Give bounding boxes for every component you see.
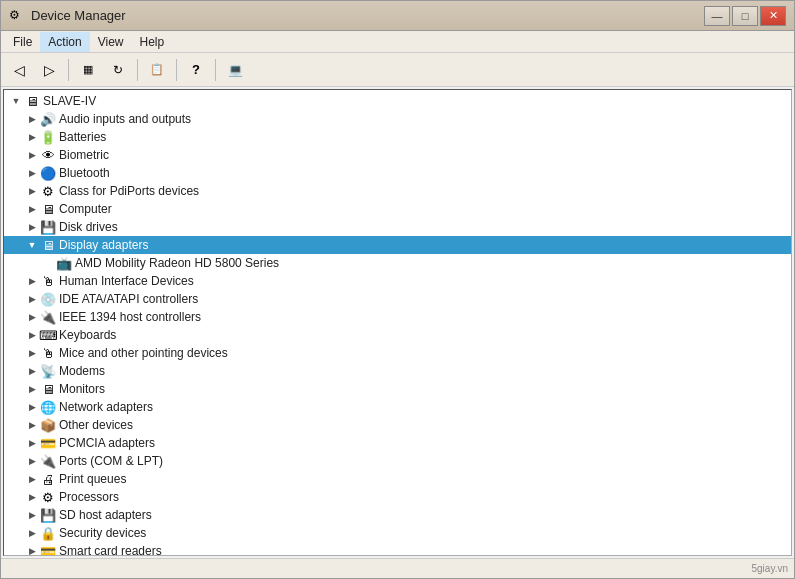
root-icon: 🖥 bbox=[24, 93, 40, 109]
menu-action[interactable]: Action bbox=[40, 32, 89, 52]
list-item[interactable]: ▶ 🔌 IEEE 1394 host controllers bbox=[4, 308, 791, 326]
processors-expand[interactable]: ▶ bbox=[24, 489, 40, 505]
classpdi-icon: ⚙ bbox=[40, 183, 56, 199]
title-bar: ⚙ Device Manager — □ ✕ bbox=[1, 1, 794, 31]
smartcard-expand[interactable]: ▶ bbox=[24, 543, 40, 556]
list-item[interactable]: ▶ 💾 Disk drives bbox=[4, 218, 791, 236]
list-item[interactable]: ▶ 🖨 Print queues bbox=[4, 470, 791, 488]
list-item[interactable]: ▶ 🔵 Bluetooth bbox=[4, 164, 791, 182]
monitors-label: Monitors bbox=[59, 382, 105, 396]
bluetooth-icon: 🔵 bbox=[40, 165, 56, 181]
amd-label: AMD Mobility Radeon HD 5800 Series bbox=[75, 256, 279, 270]
modems-icon: 📡 bbox=[40, 363, 56, 379]
mice-label: Mice and other pointing devices bbox=[59, 346, 228, 360]
list-item[interactable]: ▶ ⚙ Class for PdiPorts devices bbox=[4, 182, 791, 200]
network-expand[interactable]: ▶ bbox=[24, 399, 40, 415]
biometric-expand[interactable]: ▶ bbox=[24, 147, 40, 163]
menu-view[interactable]: View bbox=[90, 32, 132, 52]
monitors-expand[interactable]: ▶ bbox=[24, 381, 40, 397]
show-hide-button[interactable]: ▦ bbox=[74, 57, 102, 83]
pcmcia-expand[interactable]: ▶ bbox=[24, 435, 40, 451]
app-icon: ⚙ bbox=[9, 8, 25, 24]
classpdi-expand[interactable]: ▶ bbox=[24, 183, 40, 199]
list-item[interactable]: ▶ 🖱 Mice and other pointing devices bbox=[4, 344, 791, 362]
amd-icon: 📺 bbox=[56, 255, 72, 271]
help-button[interactable]: ? bbox=[182, 57, 210, 83]
ide-expand[interactable]: ▶ bbox=[24, 291, 40, 307]
processors-icon: ⚙ bbox=[40, 489, 56, 505]
list-item[interactable]: ▶ 💾 SD host adapters bbox=[4, 506, 791, 524]
list-item[interactable]: 📺 AMD Mobility Radeon HD 5800 Series bbox=[4, 254, 791, 272]
modems-label: Modems bbox=[59, 364, 105, 378]
minimize-button[interactable]: — bbox=[704, 6, 730, 26]
other-expand[interactable]: ▶ bbox=[24, 417, 40, 433]
hid-icon: 🖱 bbox=[40, 273, 56, 289]
title-buttons: — □ ✕ bbox=[704, 6, 786, 26]
list-item[interactable]: ▶ 🖥 Computer bbox=[4, 200, 791, 218]
menu-file[interactable]: File bbox=[5, 32, 40, 52]
list-item[interactable]: ▶ 🔒 Security devices bbox=[4, 524, 791, 542]
security-expand[interactable]: ▶ bbox=[24, 525, 40, 541]
list-item[interactable]: ▶ 📡 Modems bbox=[4, 362, 791, 380]
list-item[interactable]: ▶ ⌨ Keyboards bbox=[4, 326, 791, 344]
list-item[interactable]: ▶ 🌐 Network adapters bbox=[4, 398, 791, 416]
display-label: Display adapters bbox=[59, 238, 148, 252]
list-item[interactable]: ▶ 📦 Other devices bbox=[4, 416, 791, 434]
ieee-expand[interactable]: ▶ bbox=[24, 309, 40, 325]
close-button[interactable]: ✕ bbox=[760, 6, 786, 26]
list-item[interactable]: ▼ 🖥 Display adapters bbox=[4, 236, 791, 254]
network-icon: 🌐 bbox=[40, 399, 56, 415]
device-tree[interactable]: ▼ 🖥 SLAVE-IV ▶ 🔊 Audio inputs and output… bbox=[3, 89, 792, 556]
modems-expand[interactable]: ▶ bbox=[24, 363, 40, 379]
display-expand[interactable]: ▼ bbox=[24, 237, 40, 253]
list-item[interactable]: ▶ 💿 IDE ATA/ATAPI controllers bbox=[4, 290, 791, 308]
ide-icon: 💿 bbox=[40, 291, 56, 307]
menu-bar: File Action View Help bbox=[1, 31, 794, 53]
list-item[interactable]: ▶ 🖥 Monitors bbox=[4, 380, 791, 398]
disk-label: Disk drives bbox=[59, 220, 118, 234]
ports-expand[interactable]: ▶ bbox=[24, 453, 40, 469]
classpdi-label: Class for PdiPorts devices bbox=[59, 184, 199, 198]
menu-help[interactable]: Help bbox=[132, 32, 173, 52]
maximize-button[interactable]: □ bbox=[732, 6, 758, 26]
status-bar: 5giay.vn bbox=[1, 558, 794, 578]
root-label: SLAVE-IV bbox=[43, 94, 96, 108]
batteries-expand[interactable]: ▶ bbox=[24, 129, 40, 145]
list-item[interactable]: ▶ 💳 PCMCIA adapters bbox=[4, 434, 791, 452]
toolbar: ◁ ▷ ▦ ↻ 📋 ? 💻 bbox=[1, 53, 794, 87]
audio-icon: 🔊 bbox=[40, 111, 56, 127]
list-item[interactable]: ▶ 🖱 Human Interface Devices bbox=[4, 272, 791, 290]
smartcard-icon: 💳 bbox=[40, 543, 56, 556]
properties-button[interactable]: 📋 bbox=[143, 57, 171, 83]
list-item[interactable]: ▶ 👁 Biometric bbox=[4, 146, 791, 164]
disk-expand[interactable]: ▶ bbox=[24, 219, 40, 235]
ieee-icon: 🔌 bbox=[40, 309, 56, 325]
computer-expand[interactable]: ▶ bbox=[24, 201, 40, 217]
audio-expand[interactable]: ▶ bbox=[24, 111, 40, 127]
hid-expand[interactable]: ▶ bbox=[24, 273, 40, 289]
root-expand[interactable]: ▼ bbox=[8, 93, 24, 109]
processors-label: Processors bbox=[59, 490, 119, 504]
sdhost-expand[interactable]: ▶ bbox=[24, 507, 40, 523]
forward-button[interactable]: ▷ bbox=[35, 57, 63, 83]
list-item[interactable]: ▶ 💳 Smart card readers bbox=[4, 542, 791, 556]
print-expand[interactable]: ▶ bbox=[24, 471, 40, 487]
computer-button[interactable]: 💻 bbox=[221, 57, 249, 83]
toolbar-separator-4 bbox=[215, 59, 216, 81]
bluetooth-expand[interactable]: ▶ bbox=[24, 165, 40, 181]
refresh-button[interactable]: ↻ bbox=[104, 57, 132, 83]
list-item[interactable]: ▶ 🔌 Ports (COM & LPT) bbox=[4, 452, 791, 470]
mice-expand[interactable]: ▶ bbox=[24, 345, 40, 361]
content-area: ▼ 🖥 SLAVE-IV ▶ 🔊 Audio inputs and output… bbox=[1, 87, 794, 558]
audio-label: Audio inputs and outputs bbox=[59, 112, 191, 126]
tree-root[interactable]: ▼ 🖥 SLAVE-IV bbox=[4, 92, 791, 110]
ports-icon: 🔌 bbox=[40, 453, 56, 469]
list-item[interactable]: ▶ 🔊 Audio inputs and outputs bbox=[4, 110, 791, 128]
ide-label: IDE ATA/ATAPI controllers bbox=[59, 292, 198, 306]
hid-label: Human Interface Devices bbox=[59, 274, 194, 288]
smartcard-label: Smart card readers bbox=[59, 544, 162, 556]
list-item[interactable]: ▶ ⚙ Processors bbox=[4, 488, 791, 506]
list-item[interactable]: ▶ 🔋 Batteries bbox=[4, 128, 791, 146]
print-label: Print queues bbox=[59, 472, 126, 486]
back-button[interactable]: ◁ bbox=[5, 57, 33, 83]
